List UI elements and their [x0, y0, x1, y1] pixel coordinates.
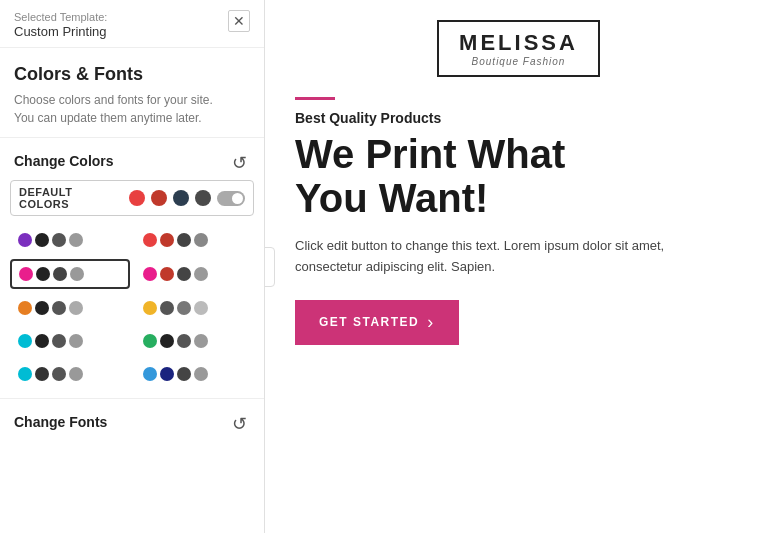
- color-row-cyan[interactable]: [10, 360, 130, 388]
- get-started-arrow: ›: [427, 312, 435, 333]
- change-fonts-title: Change Fonts: [14, 414, 107, 430]
- body-text: Click edit button to change this text. L…: [295, 236, 675, 278]
- colors-fonts-desc: Choose colors and fonts for your site.Yo…: [14, 91, 250, 127]
- color-row-purple[interactable]: [10, 226, 130, 254]
- accent-line: [295, 97, 335, 100]
- collapse-panel-button[interactable]: ‹: [265, 247, 275, 287]
- get-started-button[interactable]: GET STARTED ›: [295, 300, 459, 345]
- default-color-dot-3: [173, 190, 189, 206]
- color-options: DEFAULT COLORS: [0, 180, 264, 226]
- get-started-label: GET STARTED: [319, 315, 419, 329]
- color-row-green[interactable]: [135, 327, 255, 355]
- selected-template-bar: Selected Template: Custom Printing ✕: [0, 0, 264, 48]
- template-info: Selected Template: Custom Printing: [14, 10, 107, 39]
- main-heading: We Print WhatYou Want!: [295, 132, 565, 220]
- logo-sub-text: Boutique Fashion: [459, 56, 578, 67]
- eyebrow-text: Best Quality Products: [295, 110, 441, 126]
- default-colors-row[interactable]: DEFAULT COLORS: [10, 180, 254, 216]
- color-rows-grid: [0, 226, 264, 398]
- default-color-dot-1: [129, 190, 145, 206]
- left-panel: Selected Template: Custom Printing ✕ Col…: [0, 0, 265, 533]
- default-colors-toggle[interactable]: [217, 191, 245, 206]
- selected-template-name: Custom Printing: [14, 24, 107, 39]
- logo-area: MELISSA Boutique Fashion: [437, 20, 600, 77]
- selected-template-label: Selected Template:: [14, 10, 107, 24]
- change-colors-header: Change Colors ↺: [0, 138, 264, 180]
- right-panel: ‹ MELISSA Boutique Fashion Best Quality …: [265, 0, 772, 533]
- preview-area: MELISSA Boutique Fashion Best Quality Pr…: [265, 0, 772, 533]
- default-color-dot-4: [195, 190, 211, 206]
- refresh-fonts-icon[interactable]: ↺: [232, 413, 250, 431]
- color-row-blue[interactable]: [135, 360, 255, 388]
- colors-fonts-title: Colors & Fonts: [14, 64, 250, 85]
- logo-main-text: MELISSA: [459, 30, 578, 56]
- color-row-pink-selected[interactable]: [10, 259, 130, 289]
- colors-fonts-section: Colors & Fonts Choose colors and fonts f…: [0, 48, 264, 138]
- color-row-pink-red[interactable]: [135, 259, 255, 289]
- default-color-dot-2: [151, 190, 167, 206]
- color-row-teal[interactable]: [10, 327, 130, 355]
- color-row-red[interactable]: [135, 226, 255, 254]
- color-row-orange[interactable]: [10, 294, 130, 322]
- close-button[interactable]: ✕: [228, 10, 250, 32]
- refresh-colors-icon[interactable]: ↺: [232, 152, 250, 170]
- change-colors-title: Change Colors: [14, 153, 114, 169]
- color-row-yellow[interactable]: [135, 294, 255, 322]
- default-colors-label: DEFAULT COLORS: [19, 186, 119, 210]
- change-fonts-section: Change Fonts ↺: [0, 398, 264, 441]
